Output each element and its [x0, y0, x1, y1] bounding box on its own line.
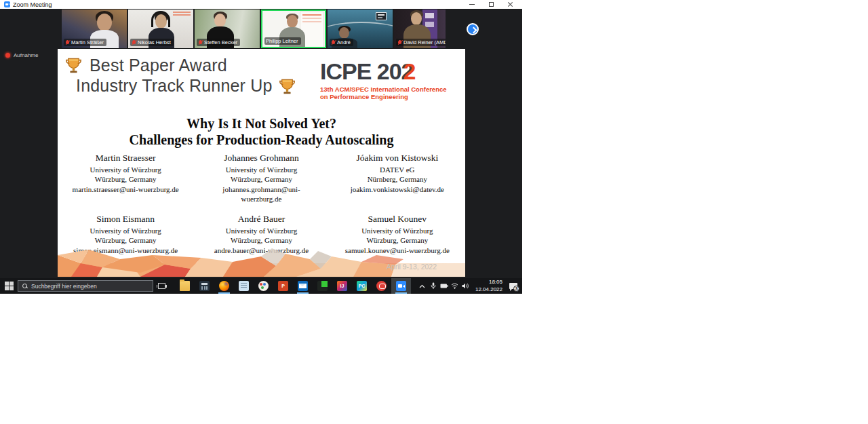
zoom-app-icon	[4, 1, 10, 7]
author-name: Johannes Grohmann	[203, 153, 319, 163]
award-heading: Best Paper Award Industry Track Runner U…	[64, 56, 296, 96]
author-name: Simon Eismann	[67, 214, 184, 225]
battery-icon[interactable]	[439, 278, 449, 294]
paper-title-line1: Why Is It Not Solved Yet?	[58, 115, 465, 132]
taskbar-app-mail[interactable]	[293, 278, 313, 294]
participant-name-label: Martin Sträßer	[64, 39, 106, 46]
action-center-button[interactable]: 3	[507, 278, 520, 294]
microphone-icon[interactable]	[429, 278, 438, 294]
author-block: Jóakim von Kistowski DATEV eG Nürnberg, …	[330, 153, 465, 204]
lowpoly-skyline-graphic	[58, 246, 465, 277]
shared-screen-slide: Best Paper Award Industry Track Runner U…	[58, 49, 465, 277]
search-input[interactable]	[31, 283, 140, 290]
taskbar-app-intellij[interactable]: IJ	[332, 278, 352, 294]
taskbar-app-powerpoint[interactable]: P	[273, 278, 293, 294]
maximize-button[interactable]	[481, 0, 500, 9]
mic-muted-icon	[397, 40, 402, 45]
search-icon	[22, 284, 28, 289]
taskbar-app-greenshot[interactable]	[313, 278, 332, 294]
recording-dot-icon	[5, 53, 10, 58]
conference-subtitle: 13th ACM/SPEC International Conference o…	[320, 85, 454, 101]
wifi-icon[interactable]	[450, 278, 460, 294]
slide-footer-artwork: April 9-13, 2022	[58, 246, 465, 277]
author-affiliation: University of Würzburg	[67, 226, 184, 235]
mic-muted-icon	[65, 40, 70, 45]
close-button[interactable]	[500, 0, 519, 9]
tray-expand-button[interactable]	[418, 278, 427, 294]
author-location: Würzburg, Germany	[339, 235, 456, 245]
recording-indicator: Aufnahme	[5, 52, 38, 58]
author-affiliation: University of Würzburg	[203, 165, 319, 174]
next-participants-button[interactable]	[467, 23, 479, 35]
participant-name-label: Philipp Leitner	[264, 37, 301, 45]
author-name: Jóakim von Kistowski	[339, 153, 456, 163]
participant-tile[interactable]: Nikolas Herbst	[128, 9, 193, 48]
author-affiliation: University of Würzburg	[339, 226, 456, 235]
video-gallery-strip: Martin Sträßer Nikolas Herbst	[62, 9, 447, 49]
calculator-icon	[199, 281, 210, 291]
powerpoint-icon: P	[278, 281, 288, 291]
notepad-icon	[239, 281, 249, 291]
taskbar-app-pycharm[interactable]: PC	[352, 278, 372, 294]
taskbar-app-zoom[interactable]	[391, 278, 411, 294]
taskbar-app-messenger[interactable]	[372, 278, 391, 294]
taskbar-app-notepad[interactable]	[234, 278, 254, 294]
author-email: johannes.grohmann@uni-wuerzburg.de	[203, 185, 319, 204]
taskbar-app-firefox[interactable]	[214, 278, 234, 294]
author-block: Martin Straesser University of Würzburg …	[58, 153, 193, 204]
participant-tile[interactable]: Steffen Becker	[195, 9, 260, 48]
intellij-icon: IJ	[337, 281, 347, 291]
window-title: Zoom Meeting	[13, 1, 52, 8]
participant-name-label: André	[330, 39, 353, 46]
mail-icon	[298, 281, 308, 291]
notification-badge: 3	[513, 286, 519, 292]
mic-muted-icon	[198, 40, 203, 45]
author-affiliation: DATEV eG	[339, 165, 456, 174]
greenshot-icon	[317, 281, 328, 291]
author-location: Nürnberg, Germany	[339, 174, 456, 184]
author-block: Johannes Grohmann University of Würzburg…	[193, 153, 329, 204]
paint-icon	[258, 281, 269, 291]
recording-label: Aufnahme	[14, 52, 38, 58]
taskbar-app-paint[interactable]	[254, 278, 273, 294]
participant-tile-active-speaker[interactable]: Philipp Leitner	[261, 9, 326, 48]
author-name: Samuel Kounev	[339, 214, 456, 225]
taskbar-app-calculator[interactable]	[195, 278, 214, 294]
mic-muted-icon	[132, 40, 136, 45]
mic-muted-icon	[331, 40, 336, 45]
taskbar-search[interactable]	[18, 280, 153, 292]
video-placeholder	[173, 12, 191, 18]
system-tray: 18:05 12.04.2022 3	[418, 278, 522, 294]
participant-tile[interactable]: David Reiner (AMD)	[394, 9, 446, 48]
meeting-content-area: Martin Sträßer Nikolas Herbst	[0, 9, 522, 278]
conference-dates: April 9-13, 2022	[387, 263, 437, 271]
participant-tile[interactable]: Martin Sträßer	[62, 9, 127, 48]
title-bar: Zoom Meeting	[0, 0, 522, 9]
taskbar-app-explorer[interactable]	[175, 278, 195, 294]
award-line2: Industry Track Runner Up	[76, 76, 273, 96]
icpe-2022-logo: ICPE 2022 13th ACM/SPEC International Co…	[320, 60, 456, 101]
author-affiliation: University of Würzburg	[203, 226, 319, 235]
author-email: martin.straesser@uni-wuerzburg.de	[67, 185, 184, 194]
start-button[interactable]	[0, 278, 18, 294]
volume-icon[interactable]	[461, 278, 471, 294]
taskbar-clock[interactable]: 18:05 12.04.2022	[475, 279, 502, 293]
minimize-button[interactable]	[462, 0, 481, 9]
participant-name-label: Nikolas Herbst	[130, 39, 174, 46]
author-location: Würzburg, Germany	[203, 174, 319, 184]
tray-date: 12.04.2022	[475, 286, 502, 293]
participant-tile[interactable]: André	[328, 9, 393, 48]
author-affiliation: University of Würzburg	[67, 165, 184, 174]
trophy-icon	[278, 77, 296, 96]
author-location: Würzburg, Germany	[67, 174, 184, 184]
participant-name-label: Steffen Becker	[197, 39, 240, 46]
chat-icon	[376, 281, 387, 291]
pycharm-icon: PC	[357, 281, 367, 291]
author-location: Würzburg, Germany	[203, 235, 319, 245]
logo-accent-digit: 2	[403, 58, 416, 84]
author-location: Würzburg, Germany	[67, 235, 184, 245]
authors-grid: Martin Straesser University of Würzburg …	[58, 153, 465, 255]
tray-time: 18:05	[475, 279, 502, 286]
windows-taskbar: P IJ PC 18:05	[0, 278, 522, 294]
task-view-button[interactable]	[153, 278, 170, 294]
